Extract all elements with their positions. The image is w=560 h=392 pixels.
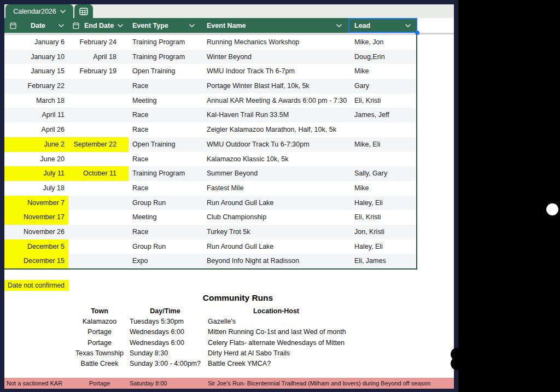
cell-event-type[interactable]: Race <box>129 108 201 122</box>
cell-event-name[interactable]: Kalamazoo Klassic 10k, 5k <box>201 152 348 167</box>
cell-event-name[interactable]: Club Championship <box>201 210 348 225</box>
unsanctioned-time: Saturday 8:00 <box>130 378 167 389</box>
cell-date[interactable]: February 22 <box>4 79 68 93</box>
community-column-header: Location-Host <box>208 306 345 317</box>
scroll-notch[interactable] <box>451 357 464 370</box>
cell-date[interactable]: June 2 <box>4 137 68 152</box>
cell-end-date[interactable]: April 18 <box>68 50 129 65</box>
cell-event-type[interactable]: Training Program <box>129 166 201 181</box>
cell-end-date[interactable]: September 22 <box>68 137 129 152</box>
cell-event-type[interactable]: Training Program <box>129 35 201 50</box>
cell-lead[interactable]: Mike, Eli <box>348 137 417 152</box>
cell-event-type[interactable]: Race <box>129 79 201 93</box>
cell-event-type[interactable]: Meeting <box>129 93 201 108</box>
table-row: November 26 Race Turkey Trot 5k Jon, Kri… <box>4 225 417 239</box>
cell-event-name[interactable]: Annual KAR Meeting & Awards 6:00 pm - 7:… <box>201 93 348 108</box>
cell-end-date[interactable] <box>68 239 129 254</box>
cell-end-date[interactable] <box>68 152 129 167</box>
cell-event-type[interactable]: Race <box>129 181 201 196</box>
community-cell: Portage <box>61 338 138 348</box>
cell-lead[interactable]: Eli, Kristi <box>348 210 417 225</box>
cell-event-type[interactable]: Training Program <box>129 50 201 65</box>
cell-date[interactable]: November 26 <box>4 225 68 239</box>
event-rows: January 6 February 24 Training Program R… <box>4 35 417 268</box>
cell-end-date[interactable] <box>68 210 129 225</box>
rows-top-line <box>417 33 454 34</box>
cell-date[interactable]: March 18 <box>4 93 68 108</box>
cell-end-date[interactable] <box>68 225 129 239</box>
cell-event-name[interactable]: Run Around Gull Lake <box>201 239 348 254</box>
cell-lead[interactable] <box>348 122 417 137</box>
cell-lead[interactable]: Doug,Erin <box>348 50 417 65</box>
cell-lead[interactable]: Jon, Kristi <box>348 225 417 239</box>
cell-date[interactable]: December 15 <box>4 254 68 268</box>
cell-date[interactable]: November 7 <box>4 196 68 210</box>
column-header-event-type[interactable]: Event Type <box>129 18 201 33</box>
cell-date[interactable]: January 10 <box>4 50 68 65</box>
column-header-date[interactable]: Date <box>4 18 68 33</box>
community-cell: Portage <box>61 327 138 337</box>
cell-event-name[interactable]: Fastest Mile <box>201 181 348 196</box>
cell-event-type[interactable]: Group Run <box>129 239 201 254</box>
cell-lead[interactable]: Mike, Jon <box>348 35 417 50</box>
cell-event-type[interactable]: Race <box>129 225 201 239</box>
cell-end-date[interactable] <box>68 181 129 196</box>
cell-lead[interactable]: Mike <box>348 181 417 196</box>
cell-lead[interactable]: Gary <box>348 79 417 93</box>
column-header-end-date[interactable]: End Date <box>68 18 129 33</box>
selection-handle[interactable] <box>415 31 419 35</box>
cell-date[interactable]: June 20 <box>4 152 68 167</box>
app-window-frame: Calendar2026 Date <box>0 0 458 392</box>
cell-end-date[interactable] <box>68 108 129 122</box>
cell-date[interactable]: July 11 <box>4 166 68 181</box>
sheet-content: Calendar2026 Date <box>4 4 454 389</box>
cell-event-name[interactable]: Running Mechanics Workshop <box>201 35 348 50</box>
cell-lead[interactable]: James, Jeff <box>348 108 417 122</box>
cell-event-name[interactable]: WMU Outdoor Track Tu 6-7:30pm <box>201 137 348 152</box>
column-header-lead[interactable]: Lead <box>348 18 417 33</box>
cell-date[interactable]: January 6 <box>4 35 68 50</box>
tab-table-view[interactable] <box>74 4 93 18</box>
cell-event-type[interactable]: Race <box>129 152 201 167</box>
cell-event-name[interactable]: Turkey Trot 5k <box>201 225 348 239</box>
cell-date[interactable]: April 26 <box>4 122 68 137</box>
column-header-event-name[interactable]: Event Name <box>201 18 348 33</box>
cell-end-date[interactable] <box>68 254 129 268</box>
cell-date[interactable]: November 17 <box>4 210 68 225</box>
cell-event-type[interactable]: Race <box>129 122 201 137</box>
cell-end-date[interactable] <box>68 122 129 137</box>
community-runs-title: Community Runs <box>183 293 293 303</box>
cell-lead[interactable]: Mike <box>348 64 417 79</box>
cell-event-name[interactable]: WMU Indoor Track Th 6-7pm <box>201 64 348 79</box>
cell-lead[interactable]: Eli, James <box>348 254 417 268</box>
cell-event-type[interactable]: Group Run <box>129 196 201 210</box>
cell-end-date[interactable]: February 19 <box>68 64 129 79</box>
cell-end-date[interactable] <box>68 196 129 210</box>
cell-event-name[interactable]: Run Around Gull Lake <box>201 196 348 210</box>
cell-date[interactable]: April 11 <box>4 108 68 122</box>
cell-event-type[interactable]: Expo <box>129 254 201 268</box>
cell-end-date[interactable] <box>68 79 129 93</box>
cell-lead[interactable]: Eli, Kristi <box>348 93 417 108</box>
cell-event-name[interactable]: Winter Beyond <box>201 50 348 65</box>
cell-lead[interactable]: Haley, Eli <box>348 239 417 254</box>
cell-event-name[interactable]: Portage Winter Blast Half, 10k, 5k <box>201 79 348 93</box>
cell-event-type[interactable]: Open Training <box>129 137 201 152</box>
cell-event-name[interactable]: Zeigler Kalamazoo Marathon, Half, 10k, 5… <box>201 122 348 137</box>
cell-lead[interactable] <box>348 152 417 167</box>
cell-lead[interactable]: Haley, Eli <box>348 196 417 210</box>
cell-date[interactable]: December 5 <box>4 239 68 254</box>
cell-lead[interactable]: Sally, Gary <box>348 166 417 181</box>
cell-event-type[interactable]: Meeting <box>129 210 201 225</box>
cell-event-name[interactable]: Beyond Info Night at Radisson <box>201 254 348 268</box>
cell-end-date[interactable]: February 24 <box>68 35 129 50</box>
cell-event-type[interactable]: Open Training <box>129 64 201 79</box>
cell-date[interactable]: January 15 <box>4 64 68 79</box>
cell-date[interactable]: July 18 <box>4 181 68 196</box>
cell-event-name[interactable]: Summer Beyond <box>201 166 348 181</box>
tab-calendar2026[interactable]: Calendar2026 <box>5 4 73 18</box>
cell-event-name[interactable]: Kal-Haven Trail Run 33.5M <box>201 108 348 122</box>
cell-end-date[interactable] <box>68 93 129 108</box>
cell-end-date[interactable]: October 11 <box>68 166 129 181</box>
table-row: December 5 Group Run Run Around Gull Lak… <box>4 239 417 254</box>
